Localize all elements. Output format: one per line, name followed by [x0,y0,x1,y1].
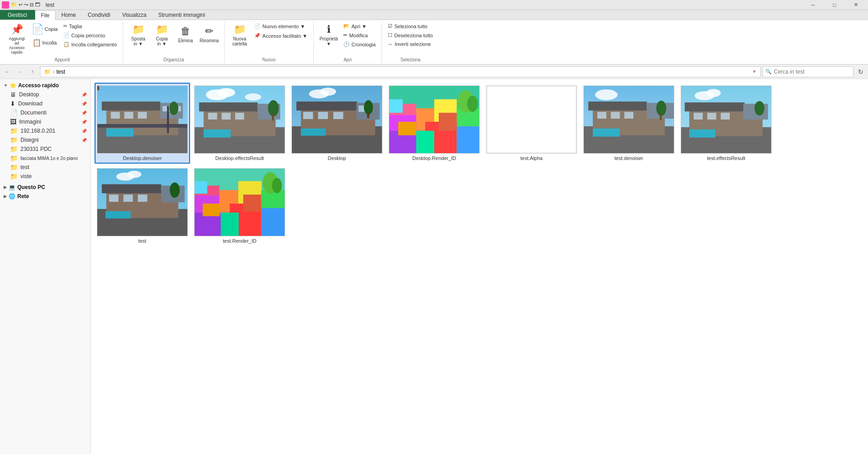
svg-rect-108 [195,181,207,194]
svg-rect-70 [660,114,662,120]
svg-point-69 [656,100,666,116]
sidebar-item-immagini[interactable]: 🖼 Immagini 📌 [0,117,90,126]
accesso-facilitato-button[interactable]: 📌 Accesso facilitato ▼ [252,31,310,40]
desktop-label: Desktop [19,91,39,98]
ribbon-organizza-buttons: 📁 Spostain ▼ 📁 Copiain ▼ 🗑 Elimina ✏ Rin… [127,22,221,48]
cronologia-button[interactable]: 🕐 Cronologia [341,40,378,49]
thumb-item-test-render-id[interactable]: test.Render_ID [192,165,287,246]
svg-rect-107 [243,195,261,212]
download-icon: ⬇ [10,100,15,107]
proprieta-button[interactable]: ℹ Proprietà ▼ [317,22,340,48]
svg-rect-65 [597,112,607,119]
elimina-button[interactable]: 🗑 Elimina [174,22,197,46]
sidebar-item-desktop[interactable]: 🖥 Desktop 📌 [0,90,90,99]
thumb-item-test-alpha[interactable]: test.Alpha [484,83,579,164]
sidebar-section-rete[interactable]: ▶ 🌐 Rete [0,192,90,201]
tab-strumenti-immagini[interactable]: Strumenti immagini [152,10,211,20]
sidebar-item-disegni[interactable]: 📁 Disegni 📌 [0,135,90,145]
pdc-icon: 📁 [10,145,18,153]
minimize-button[interactable]: ─ [803,0,823,10]
taglia-button[interactable]: ✂ Taglia [61,22,119,30]
sidebar-item-documenti[interactable]: 📄 Documenti 📌 [0,108,90,117]
render-id-svg [389,85,479,154]
thumb-label-desktop-effects: Desktop.effectsResult [216,155,264,161]
thumb-item-desktop-denoiser[interactable]: Desktop.denoiser [95,83,190,164]
svg-rect-66 [611,112,620,119]
maximize-button[interactable]: □ [824,0,845,10]
thumb-item-test-effects[interactable]: test.effectsResult [678,83,774,164]
paste-icon: 📋 [32,38,41,47]
facciata-icon: 📁 [10,155,18,162]
svg-point-83 [706,89,721,97]
thumb-label-desktop: Desktop [328,155,346,161]
copia-percorso-button[interactable]: 📄 Copia percorso [61,31,119,40]
sidebar-item-facciata[interactable]: 📁 facciata MIMA 1o e 2o piano [0,154,90,163]
current-folder-label: test [56,69,65,75]
rinomina-button[interactable]: ✏ Rinomina [198,22,221,46]
apri-label: Apri [344,56,352,62]
thumb-item-test[interactable]: test [95,165,190,246]
thumb-item-desktop-effects[interactable]: Desktop.effectsResult [192,83,287,164]
apri-button[interactable]: 📂 Apri ▼ [341,22,378,30]
up-button[interactable]: ↑ [27,66,38,77]
ribbon-group-appunti: 📌 Aggiungi adAccesso rapido 📄 Copia 📋 In… [2,22,123,64]
organizza-label: Organizza [163,56,184,62]
title-bar: 📁 ↩ ↪ ⊟ 🗔 test ─ □ ✕ [0,0,868,10]
sidebar: ▼ ⭐ Accesso rapido 🖥 Desktop 📌 ⬇ Downloa… [0,79,91,454]
incolla-collegamento-button[interactable]: 📋 Incolla collegamento [61,40,119,49]
ribbon-group-seleziona: ☑ Seleziona tutto ☐ Deseleziona tutto ↔ … [382,22,439,64]
search-input[interactable] [763,66,853,77]
svg-point-42 [320,88,336,96]
deseleziona-tutto-button[interactable]: ☐ Deseleziona tutto [386,31,435,40]
svg-point-93 [170,182,180,198]
aggiungi-accesso-rapido-button[interactable]: 📌 Aggiungi adAccesso rapido [5,22,28,56]
thumb-item-desktop[interactable]: Desktop [289,83,385,164]
ip-icon: 📁 [10,127,18,135]
incolla-button[interactable]: 📋 Incolla [29,37,60,48]
back-button[interactable]: ← [2,66,13,77]
sidebar-item-pdc[interactable]: 📁 230331 PDC [0,145,90,154]
svg-rect-22 [235,113,244,120]
tab-file[interactable]: File [35,10,55,20]
sidebar-item-download[interactable]: ⬇ Download 📌 [0,99,90,108]
tab-home[interactable]: Home [55,10,82,20]
sidebar-item-viste[interactable]: 📁 viste [0,172,90,181]
main-layout: ▼ ⭐ Accesso rapido 🖥 Desktop 📌 ⬇ Downloa… [0,79,868,454]
copia-button[interactable]: 📄 Copia [29,22,60,36]
tab-gestisci[interactable]: Gestisci [0,10,35,20]
inverti-selezione-button[interactable]: ↔ Inverti selezione [386,40,435,48]
seleziona-tutto-button[interactable]: ☑ Seleziona tutto [386,22,435,30]
thumb-item-test-denoiser[interactable]: test.denoiser [581,83,677,164]
house-test-svg [97,168,187,236]
nuovo-elemento-button[interactable]: 📄 Nuovo elemento ▼ [252,22,310,30]
sidebar-item-test[interactable]: 📁 test [0,163,90,172]
address-input[interactable]: 📁 › test ▼ [40,66,761,77]
close-button[interactable]: ✕ [845,0,866,10]
app-icon [2,1,9,9]
sposta-in-button[interactable]: 📁 Spostain ▼ [127,22,150,48]
modifica-button[interactable]: ✏ Modifica [341,31,378,40]
tab-condividi[interactable]: Condividi [82,10,116,20]
svg-rect-75 [685,102,745,111]
svg-rect-104 [261,208,285,236]
sidebar-section-questo-pc[interactable]: ▶ 💻 Questo PC [0,183,90,192]
svg-point-39 [364,100,373,115]
sidebar-item-ip[interactable]: 📁 192.168.0.201 📌 [0,126,90,135]
copy-icon: 📄 [31,23,44,35]
alpha-svg [487,85,577,154]
nuova-cartella-button[interactable]: 📁 Nuovacartella [228,22,251,48]
forward-button[interactable]: → [15,66,25,77]
thumb-label-test-render-id: test.Render_ID [223,238,256,244]
svg-rect-20 [208,113,217,120]
copia-in-button[interactable]: 📁 Copiain ▼ [151,22,173,48]
star-icon: ⭐ [10,82,16,89]
thumb-item-desktop-render-id[interactable]: Desktop.Render_ID [386,83,482,164]
svg-rect-23 [204,130,231,138]
svg-point-110 [272,178,282,194]
tab-visualizza[interactable]: Visualizza [116,10,152,20]
svg-rect-53 [416,131,434,154]
new-folder-icon: 📁 [234,24,246,35]
refresh-button[interactable]: ↻ [855,66,866,77]
sidebar-section-accesso-rapido[interactable]: ▼ ⭐ Accesso rapido [0,81,90,90]
viste-label: viste [20,173,32,180]
